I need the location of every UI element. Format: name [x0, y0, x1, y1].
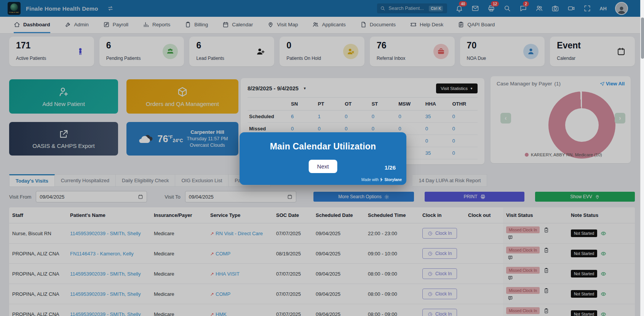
modal-title: Main Calendar Utilization — [240, 141, 406, 152]
storylane-logo-icon — [380, 178, 383, 182]
scrollbar-thumb[interactable] — [641, 18, 644, 59]
tour-modal: Main Calendar Utilization Next 1/26 Made… — [240, 132, 406, 185]
step-indicator: 1/26 — [385, 164, 396, 171]
next-button[interactable]: Next — [309, 160, 337, 173]
page-scrollbar — [640, 0, 644, 316]
storylane-credit[interactable]: Made with Storylane — [361, 178, 402, 182]
